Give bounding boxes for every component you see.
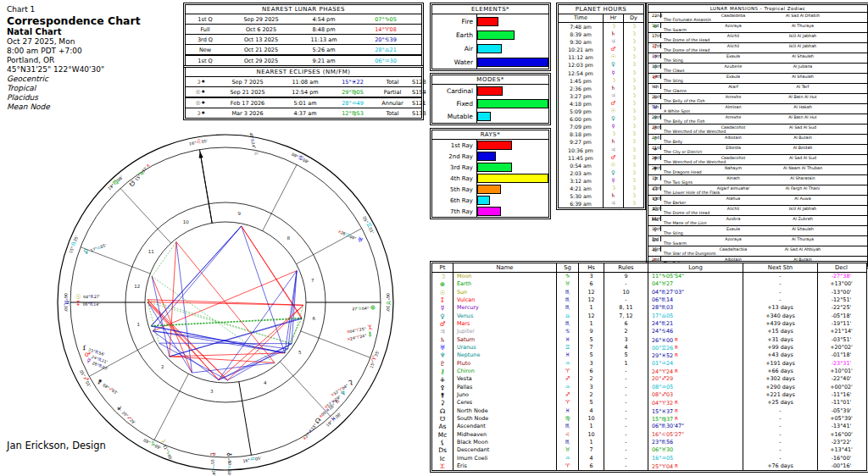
lunar-phases-title: NEAREST LUNAR PHASES xyxy=(186,5,421,14)
planet-row: IcImum Coeli♒4-16°♒05--16°00' xyxy=(432,455,866,462)
phase-name: New xyxy=(186,46,225,54)
hour-planet-icon: ☿ xyxy=(603,69,623,77)
mansion-arabic-name: Al Fargh Al Thani xyxy=(750,186,855,191)
eclipse-date: Sep 21 2025 xyxy=(214,88,281,97)
planet-hour-row: 7:09 pm☿☽ xyxy=(559,123,643,130)
bar-row: 3rd Ray xyxy=(432,162,548,173)
planet-declination: -00°16' xyxy=(817,462,865,471)
bar-value xyxy=(477,86,503,96)
planet-hour-row: 8:39 am♄☽ xyxy=(559,30,643,38)
house-number: 11 xyxy=(148,249,154,254)
lunar-mansion-row: As17thAlichilIklil Al JabhahThe Dome of … xyxy=(648,205,867,215)
lunar-mansion-row: ♅5thAlmisanAl HakahA White Spot xyxy=(648,103,867,113)
eclipse-row: ☉ ●Feb 17 20265:01 am28°♒49AnnularS121 xyxy=(186,97,421,108)
mansion-ordinal: 27th xyxy=(652,186,661,191)
hour-planet-icon: ♀ xyxy=(603,61,623,69)
hour-planet-icon: ☽ xyxy=(603,23,623,30)
lunar-mansion-row: ♂19thExaulaAl ShaulahThe Sting xyxy=(648,73,867,83)
hour-time: 8:39 am xyxy=(559,30,603,38)
wheel-planet-label: R26'♊00° ♅ xyxy=(337,227,364,245)
bar-track xyxy=(476,42,548,55)
bar-track xyxy=(476,206,548,217)
mansion-ordinal: 22nd xyxy=(652,14,662,18)
day-planet-icon: ☽ xyxy=(623,23,643,30)
bar-label: 7th Ray xyxy=(432,208,476,215)
mansion-arabic-name: Al Sharatain xyxy=(750,176,855,180)
planet-row: ⚳Ceres♈5-04°♈32 R+25 days-11°01' xyxy=(432,399,866,407)
hour-planet-icon: ♂ xyxy=(603,154,623,162)
aspect-line xyxy=(153,226,241,331)
day-planet-icon: ☽ xyxy=(623,147,643,154)
planet-hour-row: 0:54 am☉☽ xyxy=(559,162,643,169)
hour-planet-icon: ♄ xyxy=(603,85,623,92)
solar-eclipse-icon: ☉ ● xyxy=(186,87,214,97)
hour-time: 12:54 pm xyxy=(559,69,603,77)
hour-planet-icon: ♃ xyxy=(603,147,623,154)
chart-type: Natal Chart xyxy=(7,27,141,37)
phase-date: Oct 13 2025 xyxy=(225,36,298,44)
house-number: 8 xyxy=(287,235,290,241)
planet-row: ⚵Juno♐2-08°♐03+221 days-11°16' xyxy=(432,391,866,399)
bar-value xyxy=(477,58,548,67)
bar-track xyxy=(476,195,548,206)
eclipse-saros: S154 xyxy=(409,88,421,97)
mansion-arabic-name: Al Sad Al Sud xyxy=(750,125,855,130)
aspect-line xyxy=(147,302,219,380)
aspect-line xyxy=(147,302,228,380)
eclipse-position: 12°♍53 xyxy=(330,109,376,118)
phase-time: 9:21 am xyxy=(298,57,350,65)
house-number: 7 xyxy=(311,278,314,283)
day-planet-icon: ☽ xyxy=(623,154,643,162)
hour-planet-icon: ♄ xyxy=(603,30,623,38)
hour-time: 7:09 pm xyxy=(559,123,603,130)
mc-arrow-line xyxy=(201,155,212,223)
eclipse-saros: S128 xyxy=(409,78,421,86)
planet-row: AsAscendant♏1-06°♏30'47"--13°41' xyxy=(432,423,866,430)
planet-row: ☉Sun♏121004°♏27'03"--13°00' xyxy=(432,289,866,296)
bar-track xyxy=(476,151,548,162)
lunar-mansion-row: ↧17thAlichilIklil Al JabhahThe Dome of t… xyxy=(648,42,867,53)
planet-hour-row: 11:45 pm♂☽ xyxy=(559,154,643,162)
day-planet-icon: ☽ xyxy=(623,30,643,38)
mansion-arabic-name: Al Naam Al Thuban xyxy=(750,166,855,170)
planet-hour-row: 7:48 am☽☽ xyxy=(559,23,643,30)
mansion-arabic-name: Al Batn Al Hut xyxy=(750,115,855,119)
bar-label: 5th Ray xyxy=(432,186,476,193)
lunar-mansion-row: ☿19thExaulaAl ShaulahThe Sting xyxy=(648,53,867,63)
planet-row: ⚶Vesta♐2-20°♐29+302 days-22°40' xyxy=(432,375,866,383)
planet-row: ♅Uranus♊7400°♊26 R+99 days+20°02' xyxy=(432,344,866,351)
house-number: 5 xyxy=(298,350,302,355)
aspect-line xyxy=(151,226,241,326)
phase-date: Oct 6 2025 xyxy=(225,25,298,34)
bar-row: Earth xyxy=(432,28,548,42)
bar-row: Fixed xyxy=(432,97,548,110)
day-planet-icon: ☽ xyxy=(623,85,643,92)
hour-time: 11:12 am xyxy=(559,53,603,61)
bar-row: 5th Ray xyxy=(432,184,548,195)
planet-row: ☋South Node♍10-15°♍37 R-+05°39' xyxy=(432,415,866,423)
bar-label: Mutable xyxy=(432,113,476,120)
wheel-planet-label: 46'♋24° ♃ xyxy=(248,131,259,156)
day-planet-icon: ☽ xyxy=(623,61,643,69)
mansion-ordinal: 19th xyxy=(652,75,661,79)
house-cusp-line xyxy=(263,164,297,230)
house-cusp-line xyxy=(296,229,361,264)
aspect-line xyxy=(219,305,303,379)
hour-time: 2:36 pm xyxy=(559,85,603,92)
hour-time: 1:45 pm xyxy=(559,77,603,85)
mansion-arabic-name: Al Zubrah xyxy=(750,217,855,221)
planet-row: ♃Jupiter♋9224°♋46+15 days+21°14' xyxy=(432,328,866,335)
cusp-degree-label: 06°♏30' xyxy=(63,293,70,312)
mansion-arabic-name: Al Butain xyxy=(750,257,855,262)
col-hr: Hr xyxy=(603,14,623,22)
planet-col-hs: Hs xyxy=(578,263,604,272)
house-cusp-line xyxy=(154,374,188,440)
hour-planet-icon: ☿ xyxy=(603,123,623,130)
lunar-mansion-row: ⊕3rdAzorayaAl ThurayaThe Swarm xyxy=(648,22,867,32)
hour-time: 3:27 pm xyxy=(559,92,603,100)
planet-hour-row: 11:12 am☉☽ xyxy=(559,53,643,61)
planet-row: ♄Saturn♓5326°♓00 R+31 days-03°51' xyxy=(432,336,866,344)
hour-planet-icon: ☽ xyxy=(603,130,623,138)
mansion-arabic-name: Al Sad Al Dhabih xyxy=(750,14,855,18)
planet-hours-table: PLANET HOURS Time Hr Dy 7:48 am☽☽8:39 am… xyxy=(558,4,644,208)
